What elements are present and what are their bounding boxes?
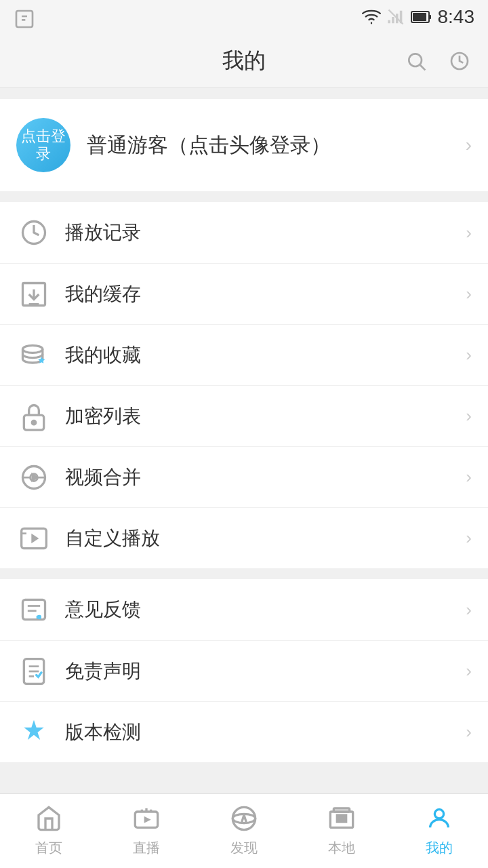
nav-label-discover: 发现 (230, 839, 258, 857)
svg-rect-36 (337, 820, 346, 822)
nav-label-live: 直播 (133, 839, 160, 857)
menu-item-encrypted-list[interactable]: 加密列表 › (0, 385, 488, 446)
notification-icon (14, 8, 35, 33)
nav-label-local: 本地 (328, 839, 355, 857)
profile-row[interactable]: 点击登录 普通游客（点击头像登录） › (0, 99, 488, 191)
custom-play-icon (16, 521, 52, 556)
nav-label-home: 首页 (35, 839, 62, 857)
svg-rect-35 (337, 815, 346, 817)
menu-item-feedback[interactable]: 意见反馈 › (0, 579, 488, 640)
download-icon (16, 277, 52, 312)
app-header: 我的 (0, 34, 488, 88)
status-icons: 8:43 (362, 6, 475, 28)
menu-group-1: 播放记录 › 我的缓存 › (0, 202, 488, 568)
chevron-icon: › (466, 660, 472, 682)
history-icon (449, 50, 470, 72)
chevron-icon: › (466, 528, 472, 549)
lock-icon (16, 399, 52, 434)
menu-label-version-check: 版本检测 (65, 719, 466, 745)
nav-item-live[interactable]: 直播 (98, 794, 195, 868)
profile-card: 点击登录 普通游客（点击头像登录） › (0, 99, 488, 191)
svg-point-15 (32, 420, 36, 425)
discover-icon (230, 805, 258, 835)
chevron-icon: › (466, 344, 472, 366)
menu-item-disclaimer[interactable]: 免责声明 › (0, 640, 488, 701)
live-icon (133, 805, 160, 835)
local-icon (328, 805, 355, 835)
menu-label-video-merge: 视频合并 (65, 465, 466, 490)
chevron-icon: › (466, 599, 472, 620)
clock-icon (16, 215, 52, 250)
menu-item-video-merge[interactable]: 视频合并 › (0, 446, 488, 507)
chevron-icon: › (466, 467, 472, 488)
search-icon (405, 50, 427, 72)
signal-icon (386, 7, 405, 26)
svg-rect-4 (413, 13, 426, 21)
menu-label-my-cache: 我的缓存 (65, 281, 466, 307)
profile-name: 普通游客（点击头像登录） (87, 132, 466, 159)
menu-group-2: 意见反馈 › 免责声明 › (0, 579, 488, 762)
content-area: 点击登录 普通游客（点击头像登录） › 播放记录 › (0, 88, 488, 793)
battery-icon (411, 9, 432, 24)
status-time: 8:43 (438, 6, 475, 28)
menu-item-custom-play[interactable]: 自定义播放 › (0, 507, 488, 568)
page-title: 我的 (222, 46, 266, 76)
wifi-icon (362, 7, 381, 26)
disclaimer-icon (16, 654, 52, 689)
menu-item-play-history[interactable]: 播放记录 › (0, 202, 488, 263)
menu-label-disclaimer: 免责声明 (65, 658, 466, 684)
chevron-icon: › (466, 283, 472, 304)
svg-marker-30 (144, 816, 151, 823)
bottom-nav: 首页 直播 发现 (0, 793, 488, 868)
svg-line-6 (420, 65, 425, 70)
avatar: 点击登录 (16, 118, 70, 172)
nav-item-local[interactable]: 本地 (293, 794, 390, 868)
feedback-icon (16, 592, 52, 627)
mine-icon (426, 805, 453, 835)
menu-label-my-favorites: 我的收藏 (65, 342, 466, 368)
menu-item-my-favorites[interactable]: 我的收藏 › (0, 324, 488, 385)
menu-item-my-cache[interactable]: 我的缓存 › (0, 263, 488, 324)
svg-point-5 (409, 54, 422, 66)
nav-label-mine: 我的 (426, 839, 453, 857)
nav-item-home[interactable]: 首页 (0, 794, 98, 868)
nav-item-mine[interactable]: 我的 (390, 794, 488, 868)
version-icon (16, 715, 52, 750)
search-button[interactable] (401, 46, 431, 76)
menu-label-feedback: 意见反馈 (65, 597, 466, 623)
merge-icon (16, 460, 52, 495)
chevron-icon: › (466, 406, 472, 427)
history-button[interactable] (445, 46, 474, 76)
favorites-icon (16, 338, 52, 373)
svg-marker-20 (31, 533, 39, 543)
menu-label-custom-play: 自定义播放 (65, 526, 466, 551)
svg-point-37 (434, 810, 443, 818)
svg-point-12 (23, 345, 43, 353)
nav-item-discover[interactable]: 发现 (195, 794, 293, 868)
status-bar: 8:43 (0, 0, 488, 34)
svg-rect-3 (429, 15, 431, 19)
header-actions (401, 46, 474, 76)
home-icon (35, 805, 62, 835)
avatar-text: 点击登录 (16, 127, 70, 163)
svg-rect-34 (333, 808, 349, 812)
menu-label-encrypted-list: 加密列表 (65, 403, 466, 429)
menu-label-play-history: 播放记录 (65, 220, 466, 245)
svg-rect-22 (23, 599, 45, 619)
profile-chevron-icon: › (466, 134, 472, 156)
chevron-icon: › (466, 222, 472, 243)
chevron-icon: › (466, 722, 472, 743)
menu-item-version-check[interactable]: 版本检测 › (0, 701, 488, 762)
